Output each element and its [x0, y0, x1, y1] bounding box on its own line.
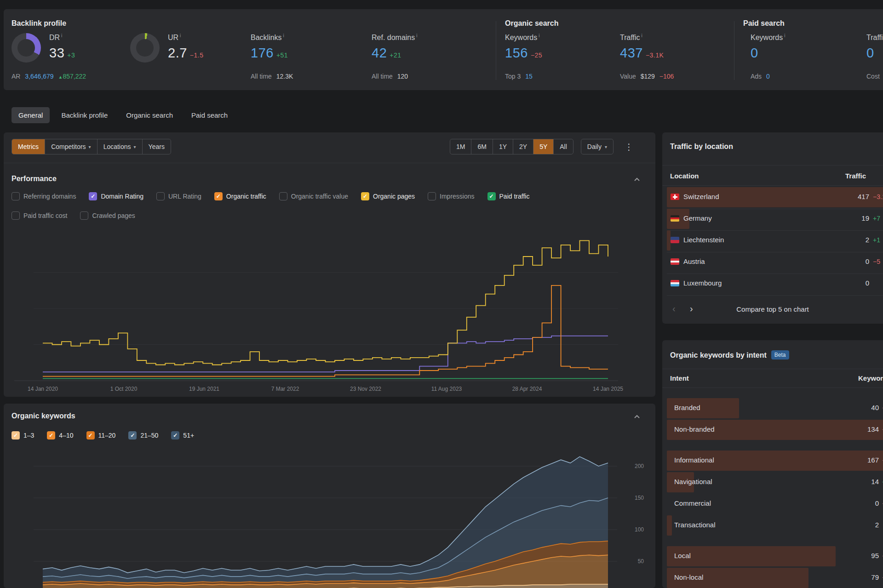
- performance-chart[interactable]: 14 Jan 20201 Oct 202019 Jun 20217 Mar 20…: [4, 229, 655, 394]
- checkbox-organic-pages[interactable]: ✓Organic pages: [361, 192, 415, 200]
- ads-value[interactable]: 0: [766, 73, 770, 80]
- backlinks-label: Backlinks: [251, 34, 282, 41]
- checkbox-crawled-pages[interactable]: Crawled pages: [80, 211, 135, 220]
- checkbox-21-50-positions[interactable]: ✓21–50: [128, 431, 158, 440]
- traffic-value[interactable]: 437: [620, 46, 643, 60]
- years-button[interactable]: Years: [143, 139, 171, 154]
- traffic-value: 0: [843, 257, 869, 265]
- info-icon[interactable]: i: [416, 33, 417, 38]
- checkbox-51plus-positions[interactable]: ✓51+: [171, 431, 194, 440]
- intent-value[interactable]: 2: [853, 521, 879, 529]
- intent-column-header[interactable]: Intent: [670, 374, 689, 382]
- paid-traffic-value[interactable]: 0: [866, 46, 874, 60]
- checkbox-top3-positions[interactable]: ✓1–3: [11, 431, 34, 440]
- location-row-austria[interactable]: Austria 0 −5: [667, 252, 883, 272]
- row-divider: [667, 295, 883, 296]
- metrics-button[interactable]: Metrics: [12, 139, 45, 154]
- range-6m[interactable]: 6M: [471, 139, 493, 154]
- competitors-dropdown[interactable]: Competitors▾: [45, 139, 97, 154]
- collapse-chevron-icon[interactable]: [634, 177, 640, 183]
- check-icon: ✓: [363, 194, 367, 199]
- checkbox-organic-traffic[interactable]: ✓Organic traffic: [214, 192, 266, 200]
- intent-name: Non-branded: [674, 425, 715, 433]
- info-icon[interactable]: i: [784, 33, 785, 38]
- range-5y[interactable]: 5Y: [533, 139, 554, 154]
- intent-row-commercial[interactable]: Commercial 0 −: [667, 494, 883, 514]
- range-controls: 1M 6M 1Y 2Y 5Y All Daily▾ ⋮: [450, 139, 637, 154]
- intent-row-branded[interactable]: Branded 40 −: [667, 398, 883, 418]
- range-2y[interactable]: 2Y: [513, 139, 533, 154]
- ref-domains-value[interactable]: 42: [372, 46, 387, 60]
- backlinks-value[interactable]: 176: [251, 46, 274, 60]
- intent-value[interactable]: 79: [853, 573, 879, 581]
- intent-row-informational[interactable]: Informational 167 −: [667, 451, 883, 471]
- intent-row-non-local[interactable]: Non-local 79 −: [667, 568, 883, 588]
- up-triangle-icon: ▲: [58, 74, 63, 80]
- dr-change: +3: [67, 51, 75, 59]
- tab-backlink-profile[interactable]: Backlink profile: [54, 107, 115, 123]
- top3-value[interactable]: 15: [525, 73, 533, 80]
- info-icon[interactable]: i: [180, 33, 181, 38]
- ads-label: Ads: [751, 73, 762, 80]
- info-icon[interactable]: i: [61, 33, 62, 38]
- granularity-dropdown[interactable]: Daily▾: [581, 139, 614, 154]
- checkbox-domain-rating[interactable]: ✓Domain Rating: [89, 192, 143, 200]
- info-icon[interactable]: i: [283, 33, 284, 38]
- tab-organic-search[interactable]: Organic search: [119, 107, 180, 123]
- ur-donut-gauge: [130, 33, 160, 63]
- checkbox-organic-traffic-value[interactable]: Organic traffic value: [279, 192, 348, 200]
- ar-row: AR 3,646,679 ▲857,222: [11, 73, 86, 80]
- ar-value[interactable]: 3,646,679: [25, 73, 53, 80]
- info-icon[interactable]: i: [539, 33, 539, 38]
- checkbox-11-20-positions[interactable]: ✓11–20: [86, 431, 116, 440]
- range-1y[interactable]: 1Y: [493, 139, 513, 154]
- location-row-switzerland[interactable]: Switzerland 417 −3.1K: [667, 187, 883, 207]
- keywords-column-header[interactable]: Keywords: [858, 374, 883, 382]
- check-icon: ✓: [173, 433, 178, 438]
- checkbox-paid-traffic[interactable]: ✓Paid traffic: [487, 192, 530, 200]
- intent-value[interactable]: 95: [853, 552, 879, 559]
- divider: [662, 388, 883, 388]
- location-column-header[interactable]: Location: [670, 172, 699, 180]
- intent-row-local[interactable]: Local 95 −: [667, 546, 883, 566]
- organic-keywords-chart[interactable]: 50100150200: [4, 450, 655, 588]
- keywords-value[interactable]: 156: [505, 46, 528, 60]
- intent-value[interactable]: 0: [853, 499, 879, 507]
- kebab-menu-icon[interactable]: ⋮: [621, 140, 637, 154]
- intent-value[interactable]: 40: [853, 404, 879, 411]
- checkbox-paid-traffic-cost[interactable]: Paid traffic cost: [11, 211, 67, 220]
- divider: [662, 185, 883, 186]
- intent-row-navigational[interactable]: Navigational 14 +: [667, 472, 883, 492]
- checkbox-4-10-positions[interactable]: ✓4–10: [47, 431, 73, 440]
- svg-text:200: 200: [635, 463, 644, 469]
- info-icon[interactable]: i: [642, 33, 642, 38]
- checkbox-referring-domains[interactable]: Referring domains: [11, 192, 76, 200]
- tab-general[interactable]: General: [11, 107, 50, 123]
- compare-top5-link[interactable]: Compare top 5 on chart: [662, 305, 883, 313]
- checkbox-url-rating[interactable]: URL Rating: [156, 192, 201, 200]
- location-row-luxembourg[interactable]: Luxembourg 0: [667, 274, 883, 294]
- intent-row-transactional[interactable]: Transactional 2: [667, 515, 883, 536]
- intent-row-non-branded[interactable]: Non-branded 134 −: [667, 420, 883, 440]
- location-row-germany[interactable]: Germany 19 +7: [667, 209, 883, 229]
- organic-traffic-metric: Traffici 437−3.1K: [620, 33, 664, 61]
- checkbox-box: ✓: [487, 192, 496, 200]
- location-row-liechtenstein[interactable]: Liechtenstein 2 +1: [667, 230, 883, 251]
- intent-value[interactable]: 14: [853, 478, 879, 485]
- intent-value[interactable]: 167: [853, 456, 879, 464]
- ur-change: −1.5: [190, 51, 204, 59]
- range-all[interactable]: All: [554, 139, 573, 154]
- ar-label: AR: [11, 73, 20, 80]
- paid-keywords-value[interactable]: 0: [751, 46, 758, 60]
- ref-domains-alltime-row: All time 120: [372, 73, 408, 80]
- checkbox-impressions[interactable]: Impressions: [428, 192, 474, 200]
- collapse-chevron-icon[interactable]: [634, 414, 640, 420]
- intent-value[interactable]: 134: [853, 425, 879, 433]
- checkbox-box: [11, 211, 20, 220]
- tab-paid-search[interactable]: Paid search: [184, 107, 235, 123]
- divider: [662, 165, 883, 166]
- range-1m[interactable]: 1M: [450, 139, 471, 154]
- traffic-column-header[interactable]: Traffic: [845, 172, 866, 180]
- checkbox-box: [279, 192, 287, 200]
- locations-dropdown[interactable]: Locations▾: [97, 139, 143, 154]
